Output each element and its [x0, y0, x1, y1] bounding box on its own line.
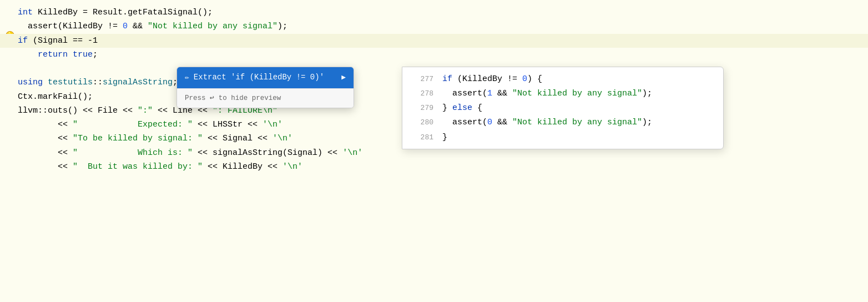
code-indent: [18, 118, 58, 131]
preview-kw-else: else: [452, 102, 472, 114]
context-menu-popup: ✏️ Extract 'if (KilledBy != 0)' ▶ Press …: [176, 67, 354, 108]
char-newline-2: '\n': [272, 132, 292, 145]
preview-indent: assert(: [442, 87, 487, 100]
pencil-icon: ✏️: [185, 72, 189, 83]
preview-code: );: [642, 116, 652, 129]
code-text: ;: [93, 48, 98, 61]
code-text: KilledBy = Result.getFatalSignal();: [33, 6, 213, 19]
str-expected: " Expected: ": [73, 118, 193, 131]
code-text: llvm::outs() << File <<: [18, 104, 138, 117]
preview-code: ) {: [527, 73, 542, 85]
preview-line-277: 277 if (KilledBy != 0 ) {: [402, 72, 723, 86]
preview-line-279: 279 } else {: [402, 101, 723, 115]
code-text: (Signal == -1: [28, 34, 98, 47]
code-indent: [18, 132, 58, 145]
code-text: << Signal <<: [203, 132, 272, 145]
code-text: ::: [93, 76, 103, 89]
preview-code: &&: [492, 87, 512, 100]
char-newline-3: '\n': [342, 147, 362, 159]
preview-code: &&: [492, 116, 512, 129]
preview-panel: 277 if (KilledBy != 0 ) { 278 assert( 1 …: [402, 67, 724, 149]
code-text: << signalAsString(Signal) <<: [193, 147, 342, 159]
preview-line-280: 280 assert( 0 && "Not killed by any sign…: [402, 115, 723, 130]
lightbulb-icon[interactable]: 💡: [6, 5, 16, 15]
preview-code: {: [472, 102, 482, 114]
preview-str-2: "Not killed by any signal": [512, 116, 642, 129]
hint-suffix: to hide preview: [219, 94, 281, 102]
code-text: <<: [58, 160, 73, 173]
code-line-1: 💡 int KilledBy = Result.getFatalSignal()…: [0, 6, 868, 19]
code-text: &&: [128, 20, 148, 33]
preview-num-0b: 0: [487, 116, 492, 129]
popup-hint: Press ↩ to hide preview: [177, 88, 354, 108]
line-num-281: 281: [413, 132, 433, 143]
code-line-12: << " But it was killed by: " << KilledBy…: [0, 160, 868, 174]
line-num-278: 278: [413, 88, 433, 99]
keyword-return: return: [38, 48, 68, 61]
menu-item-left: ✏️ Extract 'if (KilledBy != 0)': [185, 72, 324, 84]
menu-item-label: Extract 'if (KilledBy != 0)': [194, 72, 324, 84]
str-tobekilled: "To be killed by signal: ": [73, 132, 203, 145]
ns-testutils: testutils: [48, 76, 93, 89]
preview-code: }: [442, 131, 447, 144]
code-text: );: [277, 20, 287, 33]
code-line-2: assert(KilledBy != 0 && "Not killed by a…: [0, 19, 868, 33]
code-text: [43, 76, 48, 89]
preview-str-1: "Not killed by any signal": [512, 87, 642, 100]
undo-icon: ↩: [210, 94, 219, 102]
code-indent: [18, 147, 58, 159]
code-text: assert(KilledBy !=: [18, 20, 123, 33]
preview-num-0a: 0: [522, 73, 527, 85]
preview-indent: assert(: [442, 116, 487, 129]
keyword-int: int: [18, 6, 33, 19]
str-colon: ":": [138, 104, 153, 117]
editor: 💡 int KilledBy = Result.getFatalSignal()…: [0, 0, 868, 302]
code-text: Ctx.markFail();: [18, 90, 93, 103]
fn-signalasstring: signalAsString: [103, 76, 173, 89]
code-text: <<: [58, 132, 73, 145]
hint-press: Press: [185, 94, 206, 102]
preview-num-1: 1: [487, 87, 492, 100]
num-0: 0: [123, 20, 128, 33]
preview-line-278: 278 assert( 1 && "Not killed by any sign…: [402, 86, 723, 100]
extract-menu-item[interactable]: ✏️ Extract 'if (KilledBy != 0)' ▶: [177, 67, 354, 88]
keyword-true: true: [73, 48, 93, 61]
code-line-3: if (Signal == -1: [0, 34, 868, 48]
code-indent: [18, 48, 38, 61]
str-whichis: " Which is: ": [73, 147, 193, 159]
str-butkilledby: " But it was killed by: ": [73, 160, 203, 173]
keyword-using: using: [18, 76, 43, 89]
line-num-279: 279: [413, 103, 433, 114]
line-num-277: 277: [413, 74, 433, 85]
code-text: [68, 48, 73, 61]
code-text: <<: [58, 118, 73, 131]
preview-line-281: 281 }: [402, 130, 723, 144]
line-num-280: 280: [413, 117, 433, 128]
code-text: << KilledBy <<: [203, 160, 282, 173]
code-line-4: return true;: [0, 48, 868, 62]
arrow-right-icon: ▶: [341, 72, 346, 83]
code-text: << LHSStr <<: [193, 118, 263, 131]
preview-code: (KilledBy !=: [452, 73, 522, 85]
code-indent: [18, 160, 58, 173]
char-newline-4: '\n': [282, 160, 302, 173]
preview-code: );: [642, 87, 652, 100]
code-text: <<: [58, 147, 73, 159]
preview-code: }: [442, 102, 452, 114]
extract-menu: ✏️ Extract 'if (KilledBy != 0)' ▶ Press …: [176, 67, 354, 108]
keyword-if: if: [18, 34, 28, 47]
str-not-killed: "Not killed by any signal": [148, 20, 277, 33]
preview-kw-if: if: [442, 73, 452, 85]
char-newline-1: '\n': [263, 118, 282, 131]
